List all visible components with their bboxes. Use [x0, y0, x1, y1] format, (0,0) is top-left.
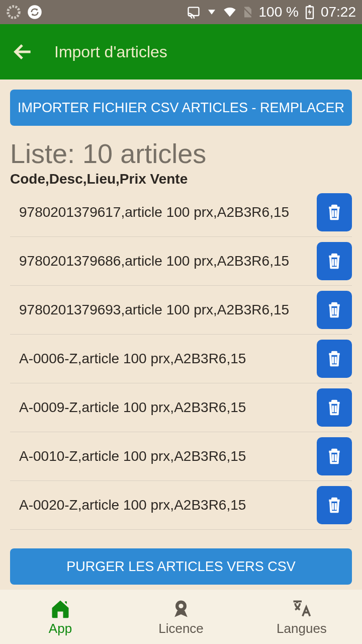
- list-item: 9780201379693,article 100 prx,A2B3R6,15: [10, 286, 352, 335]
- trash-icon: [326, 495, 342, 515]
- back-button[interactable]: [8, 38, 36, 66]
- battery-charging-icon: [303, 5, 317, 19]
- delete-button[interactable]: [317, 242, 352, 280]
- status-left: [6, 5, 42, 20]
- list-columns-header: Code,Desc,Lieu,Prix Vente: [10, 171, 352, 187]
- svg-rect-5: [309, 5, 311, 7]
- delete-button[interactable]: [317, 486, 352, 524]
- nav-licence-label: Licence: [158, 621, 204, 636]
- trash-icon: [326, 251, 342, 271]
- delete-button[interactable]: [317, 340, 352, 378]
- list-item-text: A-0006-Z,article 100 prx,A2B3R6,15: [19, 350, 309, 367]
- nav-langues[interactable]: Langues: [241, 590, 362, 644]
- nav-licence[interactable]: Licence: [121, 590, 241, 644]
- article-list: 9780201379617,article 100 prx,A2B3R6,159…: [10, 188, 352, 541]
- home-icon: [49, 598, 71, 620]
- bottom-nav: App Licence Langues: [0, 590, 362, 644]
- svg-point-0: [8, 7, 20, 18]
- nav-langues-label: Langues: [277, 621, 327, 636]
- status-right: 100 % 07:22: [187, 4, 356, 20]
- nav-app-label: App: [49, 621, 72, 636]
- list-item-text: 9780201379686,article 100 prx,A2B3R6,15: [19, 253, 309, 270]
- list-item: A-0010-Z,article 100 prx,A2B3R6,15: [10, 432, 352, 481]
- svg-rect-2: [188, 8, 199, 16]
- battery-percent: 100 %: [259, 4, 299, 20]
- award-icon: [170, 598, 192, 620]
- list-item: 9780201379686,article 100 prx,A2B3R6,15: [10, 237, 352, 286]
- wifi-icon: [223, 5, 237, 19]
- svg-point-22: [178, 603, 183, 608]
- list-item: 9780201379617,article 100 prx,A2B3R6,15: [10, 188, 352, 237]
- sync-icon: [27, 5, 42, 20]
- cast-icon: [187, 5, 201, 19]
- no-sim-icon: [241, 5, 255, 19]
- trash-icon: [326, 300, 342, 320]
- arrow-left-icon: [12, 42, 32, 62]
- list-item-text: 9780201379693,article 100 prx,A2B3R6,15: [19, 301, 309, 318]
- spinner-icon: [6, 5, 21, 20]
- delete-button[interactable]: [317, 437, 352, 475]
- trash-icon: [326, 397, 342, 418]
- signal-down-icon: [205, 5, 219, 19]
- list-item-text: 9780201379617,article 100 prx,A2B3R6,15: [19, 204, 309, 221]
- list-item: A-0020-Z,article 100 prx,A2B3R6,15: [10, 481, 352, 530]
- app-bar: Import d'articles: [0, 24, 362, 79]
- import-csv-button[interactable]: IMPORTER FICHIER CSV ARTICLES - REMPLACE…: [10, 90, 352, 126]
- translate-icon: [291, 598, 313, 620]
- purge-csv-button[interactable]: PURGER LES ARTICLES VERS CSV: [10, 548, 352, 585]
- list-title: Liste: 10 articles: [10, 138, 352, 169]
- list-item: A-0009-Z,article 100 prx,A2B3R6,15: [10, 383, 352, 432]
- clock-time: 07:22: [321, 4, 356, 20]
- status-bar: 100 % 07:22: [0, 0, 362, 24]
- main-content: IMPORTER FICHIER CSV ARTICLES - REMPLACE…: [0, 79, 362, 590]
- list-item-text: A-0009-Z,article 100 prx,A2B3R6,15: [19, 399, 309, 416]
- delete-button[interactable]: [317, 388, 352, 427]
- list-item: A-0006-Z,article 100 prx,A2B3R6,15: [10, 335, 352, 383]
- trash-icon: [326, 446, 342, 466]
- delete-button[interactable]: [317, 193, 352, 231]
- list-item-text: A-0010-Z,article 100 prx,A2B3R6,15: [19, 448, 309, 465]
- svg-point-1: [28, 5, 42, 19]
- page-title: Import d'articles: [54, 43, 167, 61]
- delete-button[interactable]: [317, 291, 352, 329]
- trash-icon: [326, 349, 342, 369]
- list-item-text: A-0020-Z,article 100 prx,A2B3R6,15: [19, 497, 309, 514]
- nav-app[interactable]: App: [0, 590, 121, 644]
- trash-icon: [326, 202, 342, 222]
